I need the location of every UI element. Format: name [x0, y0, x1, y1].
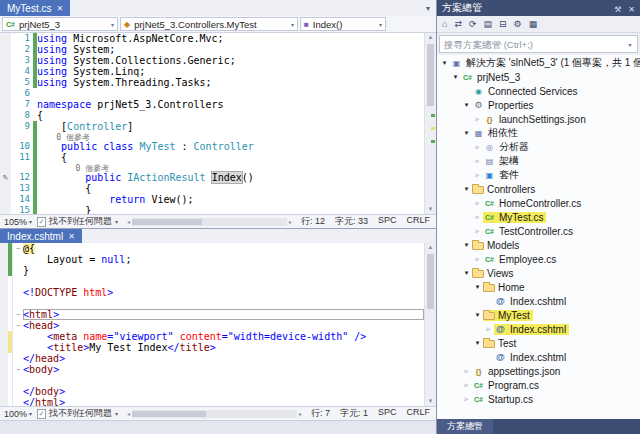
code-line[interactable]: <title>My Test Index</title> [0, 342, 424, 353]
code-line[interactable]: 10 public class MyTest : Controller [0, 141, 424, 152]
tree-item-appsettings-json[interactable]: ▹{}appsettings.json [437, 364, 640, 378]
code-line[interactable] [0, 375, 424, 386]
expand-arrow-icon[interactable]: ▹ [461, 367, 472, 375]
collapse-arrow-icon[interactable]: ▾ [461, 185, 472, 193]
code-line[interactable]: 1using Microsoft.AspNetCore.Mvc; [0, 33, 424, 44]
horizontal-scrollbar[interactable]: ◂ ▸ [127, 215, 292, 228]
scrollbar-thumb[interactable] [132, 411, 206, 417]
zoom-dropdown[interactable]: 100% ▾ [4, 409, 32, 419]
tab-overflow-chevron-icon[interactable]: ▾ [426, 4, 430, 13]
tab-solution-explorer[interactable]: 方案總管 [437, 419, 493, 434]
code-line[interactable]: −<body> [0, 364, 424, 375]
scrollbar-thumb[interactable] [132, 219, 202, 225]
tree-item-index-cshtml[interactable]: ▹@Index.cshtml [437, 322, 640, 336]
breakpoint-margin[interactable] [0, 99, 11, 110]
breakpoint-margin[interactable] [0, 353, 8, 364]
code-line[interactable]: 11 { [0, 152, 424, 163]
breakpoint-margin[interactable] [0, 375, 8, 386]
breakpoint-margin[interactable] [0, 66, 11, 77]
code-line[interactable]: 13 { [0, 183, 424, 194]
search-options-icon[interactable]: ▾ [623, 41, 637, 48]
code-line[interactable] [0, 298, 424, 309]
expand-arrow-icon[interactable]: ▹ [472, 227, 483, 235]
collapse-arrow-icon[interactable]: ▾ [450, 73, 461, 81]
breakpoint-margin[interactable] [0, 55, 11, 66]
tree-item-launchsettings-json[interactable]: ▹{}launchSettings.json [437, 112, 640, 126]
collapse-arrow-icon[interactable]: ▾ [472, 339, 483, 347]
breakpoint-margin[interactable] [0, 386, 8, 397]
tree-item-views[interactable]: ▾Views [437, 266, 640, 280]
scroll-up-icon[interactable]: ▲ [428, 243, 434, 252]
code-line[interactable]: 0 個參考 [0, 163, 424, 172]
tree-item-node[interactable]: ▹▣套件 [437, 168, 640, 182]
code-line[interactable]: <!DOCTYPE html> [0, 287, 424, 298]
zoom-dropdown[interactable]: 105% ▾ [4, 217, 32, 227]
close-icon[interactable]: ✕ [56, 4, 63, 13]
code-line[interactable]: −<html> [0, 309, 424, 320]
code-line[interactable]: 5using System.Threading.Tasks; [0, 77, 424, 88]
expand-arrow-icon[interactable]: ▹ [472, 115, 483, 123]
code-line[interactable]: 2using System; [0, 44, 424, 55]
code-line[interactable]: </html> [0, 397, 424, 406]
tree-item-homecontroller-cs[interactable]: ▹C#HomeController.cs [437, 196, 640, 210]
scroll-right-icon[interactable]: ▸ [299, 410, 302, 417]
tree-item-employee-cs[interactable]: ▹C#Employee.cs [437, 252, 640, 266]
expand-arrow-icon[interactable]: ▹ [483, 325, 494, 333]
breakpoint-margin[interactable] [0, 205, 11, 214]
close-icon[interactable]: ✕ [628, 5, 635, 14]
tree-item-node[interactable]: ▹▤架構 [437, 154, 640, 168]
tree-item-startup-cs[interactable]: ▹C#Startup.cs [437, 392, 640, 406]
expand-arrow-icon[interactable]: ▹ [472, 213, 483, 221]
expand-arrow-icon[interactable]: ▹ [472, 255, 483, 263]
scrollbar-track[interactable] [132, 218, 287, 226]
tree-item-models[interactable]: ▾Models [437, 238, 640, 252]
breakpoint-margin[interactable] [0, 298, 8, 309]
breakpoint-margin[interactable] [0, 132, 11, 141]
breakpoint-margin[interactable] [0, 254, 8, 265]
breakpoint-margin[interactable] [0, 309, 8, 320]
tab-mytest-cs[interactable]: MyTest.cs ✕ [0, 0, 70, 16]
document-health-indicator[interactable]: ✓ 找不到任何問題 ▾ [37, 407, 118, 420]
tree-item-mytest[interactable]: ▾MyTest [437, 308, 640, 322]
tree-item-controllers[interactable]: ▾Controllers [437, 182, 640, 196]
collapse-arrow-icon[interactable]: ▾ [461, 241, 472, 249]
breakpoint-margin[interactable] [0, 44, 11, 55]
expand-arrow-icon[interactable]: ▹ [472, 171, 483, 179]
scrollbar-track[interactable] [132, 410, 297, 418]
fold-collapse-icon[interactable]: − [12, 320, 23, 331]
code-line[interactable]: } [0, 265, 424, 276]
breakpoint-margin[interactable] [0, 243, 8, 254]
breakpoint-margin[interactable] [0, 265, 8, 276]
show-all-files-icon[interactable]: ▤ [484, 19, 493, 29]
code-line[interactable]: Layout = null; [0, 254, 424, 265]
breakpoint-margin[interactable] [0, 331, 8, 342]
breakpoint-margin[interactable] [0, 163, 11, 172]
scroll-down-icon[interactable]: ▼ [428, 397, 434, 406]
scroll-right-icon[interactable]: ▸ [289, 218, 292, 225]
vertical-scrollbar[interactable]: ▲ ▼ [424, 33, 436, 214]
breakpoint-margin[interactable] [0, 320, 8, 331]
code-line[interactable]: <meta name="viewport" content="width=dev… [0, 331, 424, 342]
tree-item-node[interactable]: ▹◎分析器 [437, 140, 640, 154]
document-health-indicator[interactable]: ✓ 找不到任何問題 ▾ [37, 215, 118, 228]
tree-item-properties[interactable]: ▾⚙Properties [437, 98, 640, 112]
refresh-icon[interactable]: ⟳ [469, 19, 477, 29]
breakpoint-margin[interactable] [0, 121, 11, 132]
tree-item-index-cshtml[interactable]: @Index.cshtml [437, 294, 640, 308]
collapse-arrow-icon[interactable]: ▾ [461, 269, 472, 277]
scrollbar-track[interactable] [425, 252, 436, 397]
code-line[interactable]: −@{ [0, 243, 424, 254]
code-line[interactable]: </body> [0, 386, 424, 397]
code-line[interactable]: 9 [Controller] [0, 121, 424, 132]
tree-item-program-cs[interactable]: ▹C#Program.cs [437, 378, 640, 392]
scrollbar-thumb[interactable] [427, 254, 434, 309]
home-icon[interactable]: ⌂ [442, 19, 447, 29]
code-line[interactable]: −<head> [0, 320, 424, 331]
search-input[interactable] [440, 39, 623, 50]
breakpoint-margin[interactable] [0, 342, 8, 353]
scroll-left-icon[interactable]: ◂ [127, 218, 130, 225]
tab-index-cshtml[interactable]: Index.cshtml ✕ [0, 229, 82, 243]
project-dropdown[interactable]: C# prjNet5_3 ▾ [2, 17, 118, 31]
tree-item-slnnet5-3-1-1[interactable]: ▾▣解決方案 'slnNet5_3' (1 個專案，共 1 個) [437, 56, 640, 70]
code-line[interactable]: </head> [0, 353, 424, 364]
